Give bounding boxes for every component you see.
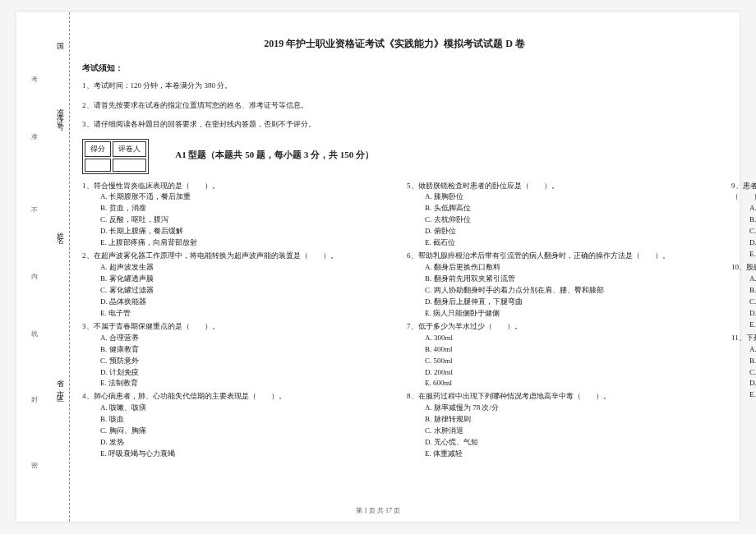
question-option: B. 脉律转规则	[407, 414, 707, 426]
question-option: C. 急腹症伴糖尿病	[731, 367, 756, 379]
question-option: B. 注入流质或药物前要检查胃管是否在胃中	[731, 214, 756, 226]
question-option: E. 截石位	[407, 237, 707, 249]
question-option: C. 胸闷、胸痛	[82, 426, 382, 437]
question-text: 7、低于多少为羊水过少（ ）。	[407, 321, 707, 333]
question-option: A. 咳嗽、咳痰	[82, 403, 382, 414]
notice-2: 2、请首先按要求在试卷的指定位置填写您的姓名、准考证号等信息。	[82, 100, 707, 112]
question-option: A. 血栓	[731, 274, 756, 285]
score-header-2: 评卷人	[113, 141, 146, 157]
question-option: B. 400ml	[407, 344, 707, 356]
question-option: A. 脉率减慢为 78 次/分	[407, 403, 707, 414]
question-option: B. 翻身前先用双夹紧引流管	[407, 274, 707, 285]
question-option: A. 合理营养	[82, 333, 382, 344]
question-option: D. 翻身后上腿伸直，下腿弯曲	[407, 297, 707, 308]
question-option: A. 300ml	[407, 333, 707, 344]
question-option: B. 局部血肿	[731, 285, 756, 297]
question-option: E. 胃管应每日更换，晚上拔出，次晨再由另一鼻孔插入	[731, 249, 756, 260]
question-option: E. 法制教育	[82, 378, 382, 389]
question-option: C. 反酸，呕吐，腹泻	[82, 214, 382, 226]
question-text: 4、肺心病患者，肺、心功能失代偿期的主要表现是（ ）。	[82, 391, 382, 403]
question-option: D. 计划免疫	[82, 367, 382, 379]
question-option: A. 急性肠梗阻	[731, 344, 756, 356]
binding-label-4: 省（市区）	[55, 374, 66, 398]
question-option: A. 翻身后更换伤口敷料	[407, 262, 707, 274]
question-option: C. 水肿消退	[407, 426, 707, 437]
question-text: 10、股静脉穿刺后按压不当，最容易发生（ ）。	[731, 262, 756, 274]
question-option: A. 长期腹胀不适，餐后加重	[82, 191, 382, 203]
question-text: 1、符合慢性胃炎临床表现的是（ ）。	[82, 181, 382, 192]
question-block: 7、低于多少为羊水过少（ ）。A. 300mlB. 400mlC. 500mlD…	[407, 321, 707, 390]
score-cell-2	[113, 159, 146, 172]
binding-label-1: 国	[55, 37, 66, 42]
question-option: E. 上腹部疼痛，向肩背部放射	[82, 237, 382, 249]
question-text: 9、患者患脑血管意外，昏迷已半年，长期鼻饲，在护理操作中，下列哪项措施不妥（ ）…	[731, 181, 756, 204]
question-option: C. 每次鼻饲间隔时间不少于2h	[731, 226, 756, 237]
question-block: 8、在服药过程中出现下列哪种情况考虑地高辛中毒（ ）。A. 脉率减慢为 78 次…	[407, 391, 707, 460]
score-table: 得分 评卷人	[82, 139, 149, 174]
question-option: C. 去枕仰卧位	[407, 214, 707, 226]
notice-3: 3、请仔细阅读各种题目的回答要求，在密封线内答题，否则不予评分。	[82, 119, 707, 131]
score-header-1: 得分	[85, 141, 111, 157]
question-option: E. 体重减轻	[407, 449, 707, 460]
question-option: E. 呼吸衰竭与心力衰竭	[82, 449, 382, 460]
question-option: E. 电子管	[82, 308, 382, 320]
page-footer: 第 1 页 共 17 页	[16, 506, 740, 515]
question-text: 8、在服药过程中出现下列哪种情况考虑地高辛中毒（ ）。	[407, 391, 707, 403]
question-block: 2、在超声波雾化器工作原理中，将电能转换为超声波声能的装置是（ ）。A. 超声波…	[82, 251, 382, 320]
question-option: D. 急腹症伴腹膜刺激征	[731, 378, 756, 389]
question-option: E. 急腹症伴移动性浊音	[731, 389, 756, 401]
question-option: C. 空气栓塞	[731, 297, 756, 308]
question-block: 11、下列急腹症患者必须做胃肠减压的是（ ）。A. 急性肠梗阻B. 老年急腹症患…	[731, 333, 756, 402]
question-option: E. 病人只能侧卧于健侧	[407, 308, 707, 320]
binding-label-2: 准考证号	[55, 103, 66, 122]
question-block: 10、股静脉穿刺后按压不当，最容易发生（ ）。A. 血栓B. 局部血肿C. 空气…	[731, 262, 756, 331]
question-block: 4、肺心病患者，肺、心功能失代偿期的主要表现是（ ）。A. 咳嗽、咳痰B. 咳血…	[82, 391, 382, 460]
binding-label-3: 姓名	[55, 226, 66, 236]
question-text: 5、做膀胱镜检查时患者的卧位应是（ ）。	[407, 181, 707, 192]
question-option: B. 雾化罐透声膜	[82, 274, 382, 285]
score-section-row: 得分 评卷人 A1 型题（本题共 50 题，每小题 3 分，共 150 分）	[82, 139, 707, 174]
question-option: D. 发热	[82, 437, 382, 449]
question-option: B. 头低脚高位	[407, 203, 707, 214]
question-block: 3、不属于青春期保健重点的是（ ）。A. 合理营养B. 健康教育C. 预防意外D…	[82, 321, 382, 390]
question-option: B. 健康教育	[82, 344, 382, 356]
question-block: 5、做膀胱镜检查时患者的卧位应是（ ）。A. 膝胸卧位B. 头低脚高位C. 去枕…	[407, 181, 707, 250]
binding-margin: 国 准考证号 姓名 省（市区） 考 准 不 内 线 封 密	[29, 12, 70, 522]
question-option: D. 晶体换能器	[82, 297, 382, 308]
notice-heading: 考试须知：	[82, 62, 707, 74]
score-cell-1	[85, 159, 111, 172]
exam-title: 2019 年护士职业资格证考试《实践能力》模拟考试试题 D 卷	[82, 37, 707, 51]
question-text: 3、不属于青春期保健重点的是（ ）。	[82, 321, 382, 333]
question-option: B. 咳血	[82, 414, 382, 426]
question-option: A. 膝胸卧位	[407, 191, 707, 203]
question-option: D. 静脉炎	[731, 308, 756, 320]
question-option: D. 俯卧位	[407, 226, 707, 237]
question-option: D. 所有灌注物品应每天消毒1次	[731, 237, 756, 249]
questions-container: 1、符合慢性胃炎临床表现的是（ ）。A. 长期腹胀不适，餐后加重B. 贫血，消瘦…	[82, 181, 707, 518]
question-text: 6、帮助乳腺癌根治术后带有引流管的病人翻身时，正确的操作方法是（ ）。	[407, 251, 707, 262]
question-option: C. 两人协助翻身时手的着力点分别在肩、腰、臀和膝部	[407, 285, 707, 297]
exam-page: 国 准考证号 姓名 省（市区） 考 准 不 内 线 封 密 2019 年护士职业…	[16, 12, 740, 522]
question-block: 6、帮助乳腺癌根治术后带有引流管的病人翻身时，正确的操作方法是（ ）。A. 翻身…	[407, 251, 707, 320]
question-option: D. 200ml	[407, 367, 707, 379]
question-option: B. 老年急腹症患者	[731, 356, 756, 367]
question-text: 11、下列急腹症患者必须做胃肠减压的是（ ）。	[731, 333, 756, 344]
question-option: E. 600ml	[407, 378, 707, 389]
notice-1: 1、考试时间：120 分钟，本卷满分为 380 分。	[82, 81, 707, 92]
question-text: 2、在超声波雾化器工作原理中，将电能转换为超声波声能的装置是（ ）。	[82, 251, 382, 262]
question-option: C. 预防意外	[82, 356, 382, 367]
question-option: C. 500ml	[407, 356, 707, 367]
question-option: C. 雾化罐过滤器	[82, 285, 382, 297]
question-block: 9、患者患脑血管意外，昏迷已半年，长期鼻饲，在护理操作中，下列哪项措施不妥（ ）…	[731, 181, 756, 261]
question-option: D. 长期上腹痛，餐后缓解	[82, 226, 382, 237]
question-block: 1、符合慢性胃炎临床表现的是（ ）。A. 长期腹胀不适，餐后加重B. 贫血，消瘦…	[82, 181, 382, 250]
question-option: B. 贫血，消瘦	[82, 203, 382, 214]
question-option: A. 每日做口腔护理2～3次	[731, 203, 756, 214]
section-title: A1 型题（本题共 50 题，每小题 3 分，共 150 分）	[175, 149, 374, 161]
question-option: A. 超声波发生器	[82, 262, 382, 274]
question-option: D. 无心慌、气短	[407, 437, 707, 449]
question-option: E. 蜂窝组织炎	[731, 320, 756, 331]
